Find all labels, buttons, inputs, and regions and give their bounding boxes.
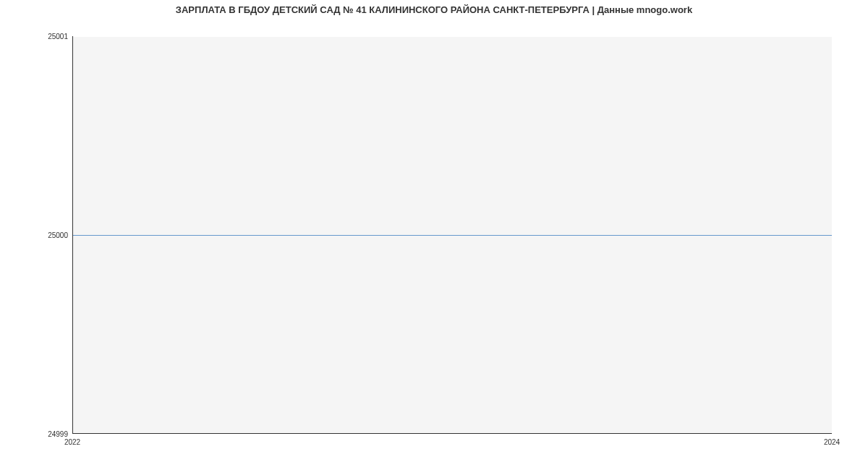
x-tick-left: 2022 bbox=[64, 438, 80, 446]
series-line bbox=[73, 235, 832, 236]
y-tick-bottom: 24999 bbox=[48, 430, 68, 438]
x-tick-right: 2024 bbox=[824, 438, 840, 446]
gridline-top bbox=[73, 36, 832, 37]
plot-area bbox=[72, 36, 832, 434]
y-tick-middle: 25000 bbox=[48, 231, 68, 239]
salary-line-chart: ЗАРПЛАТА В ГБДОУ ДЕТСКИЙ САД № 41 КАЛИНИ… bbox=[0, 0, 868, 470]
y-tick-top: 25001 bbox=[48, 33, 68, 40]
chart-title: ЗАРПЛАТА В ГБДОУ ДЕТСКИЙ САД № 41 КАЛИНИ… bbox=[0, 4, 868, 15]
